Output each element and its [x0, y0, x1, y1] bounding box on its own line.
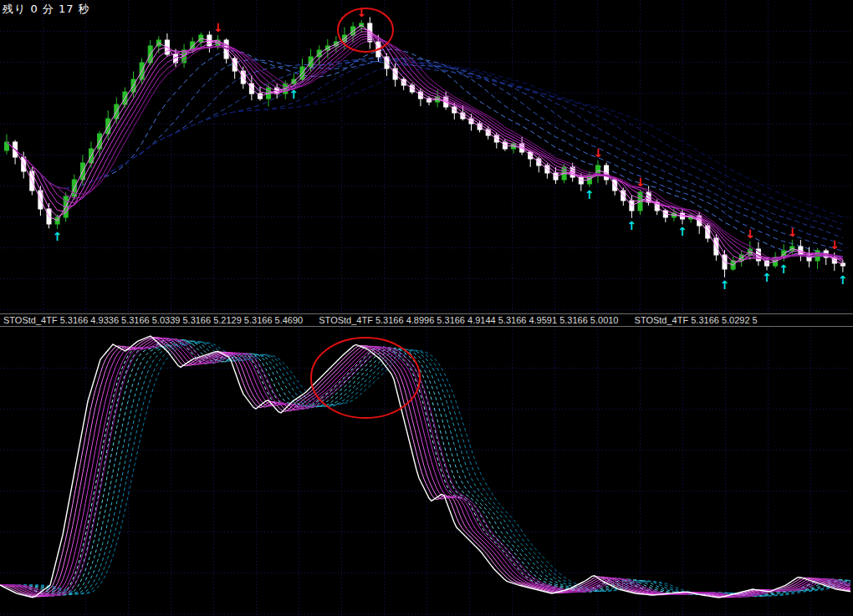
- svg-text:↑: ↑: [762, 271, 772, 284]
- svg-text:↓: ↓: [787, 226, 797, 239]
- svg-text:↑: ↑: [53, 230, 63, 243]
- svg-text:↓: ↓: [213, 21, 223, 34]
- svg-text:↑: ↑: [289, 88, 299, 101]
- svg-text:↑: ↑: [627, 219, 637, 232]
- stochastic-indicator-panel[interactable]: [0, 327, 853, 616]
- indicator-label-bar: STOStd_4TF 5.3166 4.9336 5.3166 5.0339 5…: [0, 313, 853, 327]
- svg-text:↑: ↑: [585, 188, 595, 201]
- svg-text:↓: ↓: [636, 176, 646, 189]
- svg-text:↑: ↑: [720, 278, 730, 292]
- indicator-values-2: STOStd_4TF 5.3166 4.8996 5.3166 4.9144 5…: [319, 315, 618, 325]
- indicator-values-3: STOStd_4TF 5.3166 5.0292 5: [635, 315, 758, 325]
- stochastic-slow-ribbon: [0, 339, 850, 597]
- svg-text:↓: ↓: [745, 227, 755, 241]
- svg-text:↓: ↓: [830, 238, 840, 252]
- svg-text:↑: ↑: [779, 262, 789, 276]
- buy-arrows: ↑↑↑↑↑↑↑↑↑: [53, 88, 848, 292]
- svg-text:↓: ↓: [593, 146, 603, 160]
- fast-ma-ribbon: [7, 25, 843, 265]
- stochastic-mid-ribbon: [0, 337, 850, 597]
- svg-text:↑: ↑: [677, 225, 687, 238]
- mt4-chart-window: 残り 0 分 17 秒 ↓↓↓↓↓↓↓↑↑↑↑↑↑↑↑↑ STOStd_4TF …: [0, 0, 853, 616]
- svg-text:↑: ↑: [838, 273, 848, 287]
- indicator-values-1: STOStd_4TF 5.3166 4.9336 5.3166 5.0339 5…: [3, 315, 303, 325]
- countdown-timer: 残り 0 分 17 秒: [3, 2, 90, 17]
- price-chart-panel[interactable]: ↓↓↓↓↓↓↓↑↑↑↑↑↑↑↑↑: [0, 0, 853, 313]
- stochastic-main-line: [0, 336, 850, 598]
